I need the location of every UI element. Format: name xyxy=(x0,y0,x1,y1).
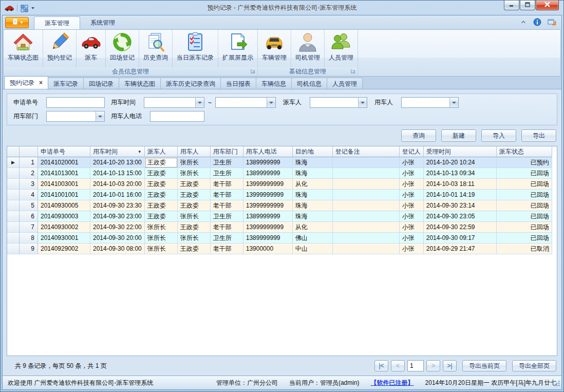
cell-accept_time[interactable]: 2014-09-30 23:05 xyxy=(424,211,497,222)
cell-apply_no[interactable]: 20141003001 xyxy=(38,179,90,190)
cell-user[interactable]: 张所长 xyxy=(178,211,211,222)
cell-use_time[interactable]: 2014-09-30 23:30 xyxy=(90,200,145,211)
cell-dispatcher[interactable]: 王政委 xyxy=(145,211,178,222)
cell-registrar[interactable]: 小张 xyxy=(400,168,424,179)
cell-apply_no[interactable]: 20141013001 xyxy=(38,168,90,179)
ribbon-button-today-dispatch-records[interactable]: 当日派车记录 xyxy=(173,30,218,67)
cell-use_time[interactable]: 2014-10-03 20:00 xyxy=(90,179,145,190)
cell-status[interactable]: 已回场 xyxy=(497,200,552,211)
cell-phone[interactable]: 13999999999 xyxy=(243,179,293,190)
user-phone-input[interactable] xyxy=(150,111,204,122)
cell-dispatcher[interactable]: 王政委 xyxy=(145,200,178,211)
cell-registrar[interactable]: 小张 xyxy=(400,222,424,233)
ribbon-button-reservation-register[interactable]: 预约登记 xyxy=(43,30,77,67)
cell-use_time[interactable]: 2014-10-01 16:00 xyxy=(90,190,145,200)
ribbon-button-return-register[interactable]: 回场登记 xyxy=(106,30,139,67)
cell-registrar[interactable]: 小张 xyxy=(400,211,424,222)
cell-apply_no[interactable]: 20140929002 xyxy=(38,244,90,254)
cell-status[interactable]: 已回场 xyxy=(497,190,552,200)
cell-dispatcher[interactable]: 张所长 xyxy=(145,233,178,244)
close-tab-icon[interactable]: × xyxy=(39,80,43,86)
chevron-down-icon[interactable] xyxy=(267,98,275,107)
export-all-pages-button[interactable]: 导出全部页 xyxy=(512,360,556,371)
cell-remark[interactable] xyxy=(333,157,400,168)
cell-destination[interactable]: 珠海 xyxy=(293,211,333,222)
cell-accept_time[interactable]: 2014-10-20 10:24 xyxy=(424,157,497,168)
info-icon[interactable] xyxy=(533,18,541,26)
cell-user[interactable]: 王政委 xyxy=(178,200,211,211)
cell-apply_no[interactable]: 20140930005 xyxy=(38,200,90,211)
cell-status[interactable]: 已回场 xyxy=(497,211,552,222)
cell-phone[interactable]: 13999999999 xyxy=(243,200,293,211)
cell-apply_no[interactable]: 20141001001 xyxy=(38,190,90,200)
page-number-input[interactable] xyxy=(407,360,424,371)
cell-destination[interactable]: 从化 xyxy=(293,179,333,190)
cell-status[interactable]: 已回场 xyxy=(497,179,552,190)
chevron-down-icon[interactable] xyxy=(31,7,34,9)
cell-accept_time[interactable]: 2014-09-30 09:17 xyxy=(424,233,497,244)
column-header-dispatcher[interactable]: 派车人 xyxy=(145,146,178,157)
cell-status[interactable]: 已取消 xyxy=(497,244,552,254)
use-time-to-combo[interactable] xyxy=(215,97,276,108)
table-row[interactable]: 9201409290022014-09-30 08:00张所长王政委老干部139… xyxy=(7,244,552,254)
prev-page-button[interactable]: < xyxy=(391,360,405,371)
cell-dispatcher[interactable]: 王政委 xyxy=(145,157,178,168)
cell-accept_time[interactable]: 2014-09-30 23:14 xyxy=(424,200,497,211)
cell-use_time[interactable]: 2014-10-20 13:00 xyxy=(90,157,145,168)
column-header-accept_time[interactable]: 受理时间 xyxy=(424,146,497,157)
last-page-button[interactable]: >| xyxy=(443,360,457,371)
column-header-registrar[interactable]: 登记人 xyxy=(400,146,424,157)
cell-user[interactable]: 王政委 xyxy=(178,244,211,254)
cell-destination[interactable]: 佛山 xyxy=(293,233,333,244)
chevron-up-icon[interactable] xyxy=(520,18,527,26)
cell-user[interactable]: 王政委 xyxy=(178,190,211,200)
cell-accept_time[interactable]: 2014-10-03 18:11 xyxy=(424,179,497,190)
dialog-launcher-icon[interactable] xyxy=(250,68,256,74)
ribbon-button-driver-management[interactable]: 司机管理 xyxy=(291,30,325,67)
cell-use_time[interactable]: 2014-09-30 20:00 xyxy=(90,233,145,244)
import-button[interactable]: 导入 xyxy=(481,129,516,142)
column-header-remark[interactable]: 登记备注 xyxy=(333,146,400,157)
dialog-launcher-icon[interactable] xyxy=(350,68,356,74)
cell-dispatcher[interactable]: 王政委 xyxy=(145,190,178,200)
minimize-button[interactable] xyxy=(504,1,519,10)
doc-tab-return-records[interactable]: 回场记录 xyxy=(83,78,119,89)
cell-dispatcher[interactable]: 张所长 xyxy=(145,244,178,254)
doc-tab-dispatch-history-query[interactable]: 派车历史记录查询 xyxy=(160,78,221,89)
cell-phone[interactable]: 13999999999 xyxy=(243,190,293,200)
cell-status[interactable]: 已回场 xyxy=(497,233,552,244)
cell-use_time[interactable]: 2014-10-13 15:00 xyxy=(90,168,145,179)
cell-department[interactable]: 老干部 xyxy=(211,190,243,200)
table-row[interactable]: 8201409300012014-09-30 20:00张所长张所长卫生所138… xyxy=(7,233,552,244)
cell-destination[interactable]: 从化 xyxy=(293,222,333,233)
chevron-down-icon[interactable] xyxy=(358,98,367,107)
new-button[interactable]: 新建 xyxy=(441,129,476,142)
column-header-destination[interactable]: 目的地 xyxy=(293,146,333,157)
doc-tab-daily-report[interactable]: 当日报表 xyxy=(220,78,256,89)
cell-dispatcher[interactable]: 王政委 xyxy=(145,168,178,179)
cell-apply_no[interactable]: 20141020001 xyxy=(38,157,90,168)
ribbon-button-dispatch[interactable]: 派车 xyxy=(77,30,106,67)
export-button[interactable]: 导出 xyxy=(521,129,556,142)
table-row[interactable]: 4201410010012014-10-01 16:00王政委王政委老干部139… xyxy=(7,190,552,200)
cell-destination[interactable]: 珠海 xyxy=(293,168,333,179)
cell-use_time[interactable]: 2014-09-30 23:00 xyxy=(90,211,145,222)
cell-department[interactable]: 老干部 xyxy=(211,222,243,233)
cell-user[interactable]: 王政委 xyxy=(178,179,211,190)
cell-phone[interactable]: 1389999999 xyxy=(243,168,293,179)
cell-department[interactable]: 卫生所 xyxy=(211,157,243,168)
cell-registrar[interactable]: 小张 xyxy=(400,233,424,244)
cell-department[interactable]: 老干部 xyxy=(211,200,243,211)
doc-tab-reservation-records[interactable]: 预约记录× xyxy=(4,76,48,89)
table-row[interactable]: 7201409300022014-09-30 22:00张所长王政委老干部139… xyxy=(7,222,552,233)
ribbon-button-staff-management[interactable]: 人员管理 xyxy=(325,30,358,67)
cell-phone[interactable]: 1389999999 xyxy=(243,233,293,244)
license-link[interactable]: 【软件已注册】 xyxy=(371,379,414,387)
cell-department[interactable]: 卫生所 xyxy=(211,168,243,179)
dispatcher-combo[interactable] xyxy=(310,97,367,108)
next-page-button[interactable]: > xyxy=(426,360,440,371)
ribbon-button-vehicle-management[interactable]: 车辆管理 xyxy=(258,30,291,67)
doc-tab-staff-management[interactable]: 人员管理 xyxy=(327,78,363,89)
layout-icon[interactable] xyxy=(21,5,28,12)
cell-registrar[interactable]: 小张 xyxy=(400,157,424,168)
